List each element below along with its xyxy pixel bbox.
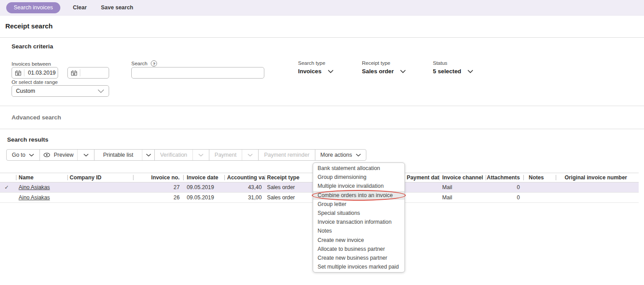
menu-item-invoice-transaction-information[interactable]: Invoice transaction information [313,218,404,226]
cell-company-id [67,182,133,192]
advanced-search-toggle[interactable]: Advanced search [12,114,61,121]
chevron-down-icon [467,68,473,75]
toolbar-label-payment-reminder: Payment reminder [264,152,309,158]
chevron-down-icon [29,154,34,157]
column-header-accounting-val[interactable]: Accounting val [224,173,265,182]
toolbar-more-actions[interactable]: More actions [315,150,366,160]
toolbar-preview-main[interactable]: Preview [40,150,77,160]
cell-notes [523,193,556,202]
cell-invoice-channel: Mail [439,193,486,202]
column-header-company-id[interactable]: Company ID [67,173,133,182]
date-from-value: 01.03.2019 [24,70,56,76]
receipt-search-page: Search invoices Clear Save search Receip… [0,0,644,285]
column-header-notes[interactable]: Notes [523,173,556,182]
menu-item-set-multiple-invoices-marked-paid[interactable]: Set multiple invoices marked paid [313,262,404,271]
column-header-invoice-no[interactable]: Invoice no. [133,173,183,182]
invoice-name-link[interactable]: Aino Asiakas [19,194,50,201]
receipt-type-value: Sales order [362,68,394,75]
help-icon[interactable]: ? [151,60,157,67]
chevron-down-icon [328,68,334,75]
cell-attachments: 0 [486,182,523,192]
save-search-button[interactable]: Save search [101,4,134,11]
toolbar-label-go-to: Go to [12,152,26,158]
toolbar-preview-dropdown[interactable] [77,150,94,160]
cell-invoice-no: 27 [133,182,183,192]
receipt-type-dropdown[interactable]: Sales order [362,68,406,75]
menu-item-create-new-invoice[interactable]: Create new invoice [313,236,404,245]
column-header-name[interactable]: Name [16,173,67,182]
cell-notes [523,182,556,192]
menu-item-combine-orders-into-an-invoice[interactable]: Combine orders into an invoice [313,191,404,200]
cell-receipt-type: Sales order [265,193,311,202]
cell-company-id [67,193,133,202]
toolbar-preview[interactable]: Preview [39,150,94,160]
status-filter: Status 5 selected [433,60,473,75]
divider [0,129,644,129]
search-type-dropdown[interactable]: Invoices [298,68,334,75]
cell-original-invoice-number [556,182,639,192]
or-select-date-range-label: Or select date range [12,79,58,85]
page-title-row: Receipt search [0,16,644,38]
results-toolbar: Go toPreviewPrintable listVerificationPa… [6,149,366,161]
search-type-filter: Search type Invoices [298,60,334,75]
row-select-cell[interactable] [0,193,16,202]
chevron-down-icon [83,154,89,157]
search-label-row: Search ? [131,60,157,67]
chevron-down-icon [98,87,104,95]
menu-item-bank-statement-allocation[interactable]: Bank statement allocation [313,164,404,173]
page-title: Receipt search [5,22,53,30]
chevron-down-icon [198,154,204,157]
cell-attachments: 0 [486,193,523,202]
invoice-name-link[interactable]: Aino Asiakas [19,184,50,190]
cell-accounting-val: 31,00 [224,193,265,202]
menu-item-notes[interactable]: Notes [313,226,404,235]
calendar-icon[interactable] [12,69,24,76]
toolbar-printable-list-main[interactable]: Printable list [94,150,142,160]
cell-invoice-date: 09.05.2019 [183,193,224,202]
chevron-down-icon [400,68,406,75]
column-header-invoice-channel[interactable]: Invoice channel [439,173,486,182]
menu-item-multiple-invoice-invalidation[interactable]: Multiple invoice invalidation [313,182,404,190]
menu-item-group-letter[interactable]: Group letter [313,200,404,209]
menu-item-special-situations[interactable]: Special situations [313,209,404,218]
status-dropdown[interactable]: 5 selected [433,68,473,75]
toolbar-label-verification: Verification [160,152,187,158]
chevron-down-icon [356,154,361,157]
chevron-down-icon [247,154,253,157]
column-header-invoice-date[interactable]: Invoice date [183,173,224,182]
column-header-payment-date[interactable]: Payment date [406,173,439,182]
cell-original-invoice-number [556,193,639,202]
row-select-cell[interactable]: ✓ [0,182,16,192]
search-invoices-button[interactable]: Search invoices [6,2,60,13]
menu-item-create-new-business-partner[interactable]: Create new business partner [313,253,404,262]
chevron-down-icon [146,154,151,157]
search-criteria-title: Search criteria [12,43,53,50]
cell-name: Aino Asiakas [16,182,67,192]
divider [0,106,644,106]
menu-item-group-dimensioning[interactable]: Group dimensioning [313,173,404,182]
cell-invoice-channel: Mail [439,182,486,192]
date-to-input[interactable] [67,67,109,79]
column-header-receipt-type[interactable]: Receipt type [265,173,311,182]
toolbar-verification-main: Verification [155,150,192,160]
search-type-label: Search type [298,60,334,66]
cell-invoice-date: 09.05.2019 [183,182,224,192]
top-action-bar: Search invoices Clear Save search [0,0,644,16]
search-input[interactable] [131,67,264,79]
date-range-select[interactable]: Custom [12,85,109,97]
menu-item-allocate-to-business-partner[interactable]: Allocate to business partner [313,245,404,253]
date-from-input[interactable]: 01.03.2019 [12,67,58,79]
toolbar-label-more-actions: More actions [320,152,352,158]
search-label: Search [131,61,147,66]
toolbar-printable-list[interactable]: Printable list [94,150,154,160]
invoices-between-label: Invoices between [12,61,51,67]
column-header-original-invoice-number[interactable]: Original invoice number [556,173,639,182]
search-type-value: Invoices [298,68,322,75]
clear-button[interactable]: Clear [73,4,86,11]
date-range-value: Custom [16,88,35,94]
toolbar-payment: Payment [209,150,258,160]
calendar-icon[interactable] [68,69,80,76]
column-header-attachments[interactable]: Attachments [486,173,523,182]
toolbar-go-to[interactable]: Go to [7,150,39,160]
toolbar-printable-list-dropdown[interactable] [142,150,154,160]
